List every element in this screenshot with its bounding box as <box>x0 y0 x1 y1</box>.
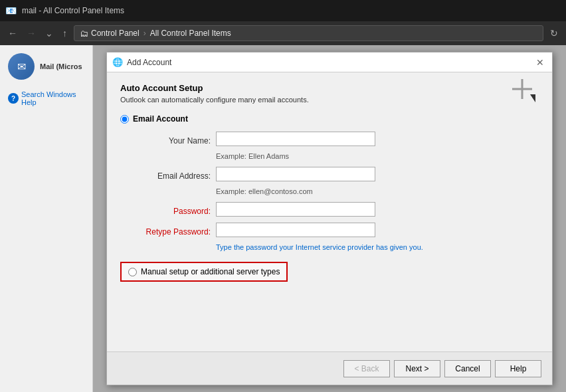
window-icon: 📧 <box>5 5 17 16</box>
window-titlebar: 📧 mail - All Control Panel Items <box>0 0 566 21</box>
retype-password-label: Retype Password: <box>131 223 211 239</box>
email-address-label: Email Address: <box>131 167 211 183</box>
address-field: 🗂 Control Panel › All Control Panel Item… <box>74 25 543 41</box>
sidebar-help[interactable]: ? Search Windows Help <box>5 88 87 109</box>
breadcrumb-sep-1: › <box>143 29 146 38</box>
password-input[interactable] <box>216 202 375 217</box>
password-label: Password: <box>131 202 211 219</box>
email-address-hint: Example: ellen@contoso.com <box>216 187 539 195</box>
password-hint: Type the password your Internet service … <box>216 243 539 251</box>
address-icon: 🗂 <box>80 29 88 39</box>
dropdown-button[interactable]: ⌄ <box>43 27 56 40</box>
up-button[interactable]: ↑ <box>60 27 70 40</box>
your-name-hint: Example: Ellen Adams <box>216 152 539 160</box>
sidebar: ✉ Mail (Micros ? Search Windows Help <box>0 45 93 392</box>
add-account-dialog: 🌐 Add Account ✕ Auto Account Set <box>106 52 553 385</box>
breadcrumb-control-panel[interactable]: Control Panel <box>91 29 140 38</box>
retype-password-input[interactable] <box>216 223 375 237</box>
back-button[interactable]: < Back <box>343 360 390 377</box>
spinner-area <box>512 79 539 106</box>
manual-setup-radio[interactable] <box>128 268 137 276</box>
app-icon: ✉ <box>8 53 35 80</box>
account-form: Your Name: Example: Ellen Adams Email Ad… <box>131 132 539 251</box>
app-icon-symbol: ✉ <box>17 60 26 73</box>
dialog-content: Auto Account Setup Outlook can automatic… <box>107 72 552 351</box>
dialog-title-left: 🌐 Add Account <box>112 57 171 67</box>
your-name-input[interactable] <box>216 132 375 146</box>
manual-setup-option[interactable]: Manual setup or additional server types <box>120 262 288 282</box>
dialog-close-button[interactable]: ✕ <box>533 56 547 69</box>
sidebar-app-icon: ✉ Mail (Micros <box>5 50 87 82</box>
dialog-header-title: Auto Account Setup <box>120 83 539 93</box>
spinner-v <box>521 79 523 99</box>
dialog-header: Auto Account Setup Outlook can automatic… <box>120 83 539 104</box>
address-bar: ← → ⌄ ↑ 🗂 Control Panel › All Control Pa… <box>0 21 566 45</box>
email-address-input[interactable] <box>216 167 375 181</box>
back-button[interactable]: ← <box>5 27 20 40</box>
sidebar-help-label: Search Windows Help <box>21 90 84 106</box>
cancel-button[interactable]: Cancel <box>444 360 491 377</box>
next-button[interactable]: Next > <box>394 360 440 377</box>
email-account-radio-option[interactable]: Email Account <box>120 114 539 124</box>
refresh-button[interactable]: ↻ <box>547 27 561 40</box>
dialog-header-desc: Outlook can automatically configure many… <box>120 96 539 104</box>
window-title: mail - All Control Panel Items <box>22 6 124 15</box>
dialog-titlebar: 🌐 Add Account ✕ <box>107 52 552 72</box>
email-account-radio[interactable] <box>120 115 129 124</box>
sidebar-app-name: Mail (Micros <box>40 62 82 70</box>
dialog-title-icon: 🌐 <box>112 57 123 67</box>
help-icon: ? <box>8 93 19 104</box>
breadcrumb-all-control-panel[interactable]: All Control Panel Items <box>150 29 231 38</box>
content-area: 🌐 Add Account ✕ Auto Account Set <box>93 45 566 392</box>
dialog-footer: < Back Next > Cancel Help <box>107 351 552 385</box>
manual-setup-label[interactable]: Manual setup or additional server types <box>141 267 280 276</box>
manual-setup-container: Manual setup or additional server types <box>120 262 539 282</box>
spinner-cross <box>512 79 532 99</box>
main-area: ✉ Mail (Micros ? Search Windows Help 🌐 A… <box>0 45 566 392</box>
spinner-cursor <box>530 94 535 102</box>
forward-button[interactable]: → <box>24 27 39 40</box>
email-account-label[interactable]: Email Account <box>133 114 188 124</box>
help-button[interactable]: Help <box>495 360 541 377</box>
your-name-label: Your Name: <box>131 132 211 148</box>
dialog-title-text: Add Account <box>127 58 171 67</box>
